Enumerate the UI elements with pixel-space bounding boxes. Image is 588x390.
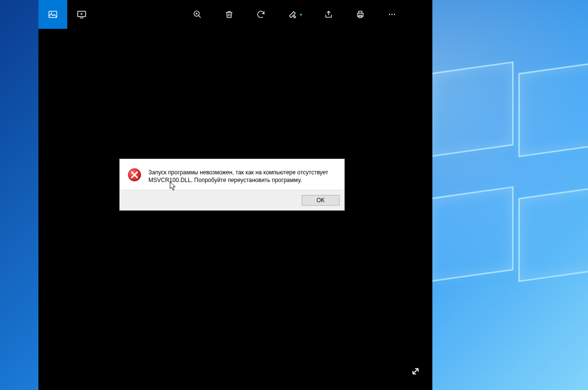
view-photo-button[interactable] bbox=[38, 0, 67, 29]
svg-rect-0 bbox=[49, 12, 57, 18]
zoom-in-icon bbox=[192, 9, 203, 20]
error-message-text: Запуск программы невозможен, так как на … bbox=[148, 168, 337, 184]
print-button[interactable] bbox=[355, 9, 366, 20]
slideshow-button[interactable] bbox=[67, 0, 96, 29]
chevron-down-icon: ▾ bbox=[300, 12, 302, 17]
share-button[interactable] bbox=[323, 9, 334, 20]
svg-point-9 bbox=[394, 14, 395, 15]
edit-draw-icon bbox=[287, 9, 298, 20]
svg-point-8 bbox=[392, 14, 393, 15]
svg-rect-5 bbox=[359, 11, 362, 13]
delete-icon bbox=[224, 9, 234, 20]
fullscreen-button[interactable] bbox=[410, 366, 421, 378]
dialog-footer: OK bbox=[120, 190, 344, 210]
more-icon bbox=[387, 9, 397, 20]
edit-button[interactable]: ▾ bbox=[287, 9, 302, 20]
share-icon bbox=[323, 9, 334, 20]
svg-rect-4 bbox=[357, 13, 363, 17]
more-button[interactable] bbox=[387, 9, 397, 20]
ok-button[interactable]: OK bbox=[302, 195, 340, 206]
error-icon bbox=[127, 168, 142, 184]
svg-point-7 bbox=[389, 14, 391, 15]
windows-logo-panes bbox=[410, 67, 588, 346]
slideshow-icon bbox=[76, 9, 87, 20]
rotate-icon bbox=[256, 9, 266, 20]
error-dialog: Запуск программы невозможен, так как на … bbox=[119, 158, 345, 211]
rotate-button[interactable] bbox=[256, 9, 266, 20]
print-icon bbox=[355, 9, 366, 20]
photo-icon bbox=[48, 9, 58, 20]
svg-point-1 bbox=[51, 12, 52, 13]
delete-button[interactable] bbox=[224, 9, 234, 20]
zoom-button[interactable] bbox=[192, 9, 203, 20]
photos-toolbar: ▾ bbox=[38, 0, 432, 29]
